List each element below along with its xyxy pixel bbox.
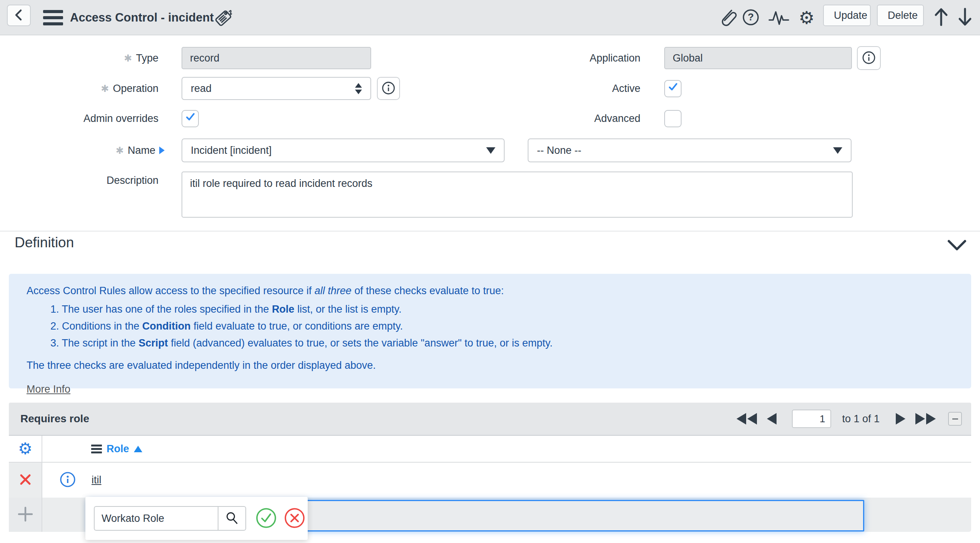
name-label: ✱ Name	[39, 138, 165, 162]
application-field: Global	[664, 47, 852, 69]
chevron-down-icon	[833, 147, 842, 154]
required-asterisk-icon: ✱	[116, 145, 124, 156]
description-textarea[interactable]: itil role required to read incident reco…	[182, 172, 853, 218]
info-circle-icon	[59, 471, 77, 490]
operation-label: ✱ Operation	[43, 77, 158, 100]
page-number-input[interactable]	[792, 410, 831, 428]
reference-expand-icon[interactable]	[159, 147, 165, 154]
active-label: Active	[525, 80, 640, 97]
paperclip-icon	[719, 7, 737, 28]
add-row-cell	[9, 498, 42, 532]
info-rule-item: 2. Conditions in the Condition field eva…	[50, 319, 953, 333]
row-info-button[interactable]	[59, 471, 77, 490]
application-label: Application	[525, 47, 640, 69]
access-control-info-box: Access Control Rules allow access to the…	[9, 274, 971, 388]
sort-ascending-icon	[134, 446, 142, 452]
table-row: itil	[9, 463, 971, 498]
name-select[interactable]: Incident [incident]	[182, 138, 505, 162]
add-row-button[interactable]	[17, 506, 33, 523]
type-label: ✱ Type	[43, 47, 158, 69]
collapse-list-button[interactable]	[948, 412, 962, 426]
attachment-button[interactable]	[718, 7, 738, 28]
reference-lookup-button[interactable]	[218, 506, 246, 531]
checkmark-icon	[668, 82, 678, 95]
column-menu-icon[interactable]	[91, 445, 102, 453]
required-asterisk-icon: ✱	[124, 53, 132, 64]
list-title: Requires role	[20, 413, 89, 425]
svg-text:?: ?	[748, 11, 754, 23]
info-rule-item: 1. The user has one of the roles specifi…	[50, 302, 953, 316]
question-circle-icon: ?	[742, 8, 760, 27]
context-menu-icon[interactable]	[43, 10, 63, 25]
application-info-button[interactable]	[857, 46, 881, 70]
info-rule-item: 3. The script in the Script field (advan…	[50, 336, 953, 350]
row-range-text: to 1 of 1	[842, 413, 880, 425]
advanced-checkbox[interactable]	[664, 110, 682, 127]
delete-row-button[interactable]	[18, 473, 32, 488]
update-button[interactable]: Update	[823, 5, 871, 26]
admin-overrides-checkbox[interactable]	[182, 110, 199, 127]
info-note: The three checks are evaluated independe…	[27, 358, 953, 372]
minus-icon	[952, 418, 958, 420]
info-intro: Access Control Rules allow access to the…	[27, 284, 953, 298]
next-page-button[interactable]	[896, 413, 905, 425]
role-link[interactable]: itil	[92, 474, 102, 486]
help-button[interactable]: ?	[742, 8, 760, 27]
description-label: Description	[43, 174, 158, 187]
role-search-input[interactable]	[94, 506, 218, 531]
scroll-up-button[interactable]	[932, 6, 950, 28]
list-settings-cell: ⚙	[9, 436, 42, 462]
search-icon	[225, 511, 239, 526]
chevron-left-icon	[13, 8, 25, 23]
admin-overrides-label: Admin overrides	[43, 110, 158, 127]
first-page-button[interactable]	[737, 413, 757, 425]
green-check-circle-icon	[255, 507, 277, 530]
arrow-down-icon	[957, 7, 973, 28]
plus-icon	[17, 506, 33, 523]
red-x-icon	[18, 473, 32, 488]
role-cell: itil	[42, 463, 102, 498]
checkmark-icon	[185, 112, 195, 125]
more-info-link[interactable]: More Info	[27, 382, 70, 396]
active-checkbox[interactable]	[664, 80, 682, 97]
row-delete-cell	[9, 463, 42, 498]
tag-icon[interactable]	[214, 6, 234, 29]
delete-button[interactable]: Delete	[877, 5, 924, 26]
info-circle-icon	[381, 80, 396, 97]
arrow-up-icon	[933, 7, 950, 28]
operation-info-button[interactable]	[377, 77, 400, 100]
section-divider	[0, 231, 980, 232]
activity-stream-button[interactable]	[768, 10, 789, 26]
form-header-bar: Access Control - incident ?	[0, 0, 980, 35]
confirm-button[interactable]	[255, 507, 277, 530]
list-header-row: ⚙ Role	[9, 436, 971, 463]
list-gear-icon[interactable]: ⚙	[18, 441, 33, 457]
role-column-header[interactable]: Role	[42, 436, 142, 462]
info-circle-icon	[861, 50, 877, 67]
cancel-button[interactable]	[284, 507, 305, 530]
chevron-down-icon	[486, 147, 495, 154]
scroll-down-button[interactable]	[956, 6, 974, 28]
gear-icon: ⚙	[798, 9, 814, 27]
page-title: Access Control - incident	[70, 0, 214, 35]
required-asterisk-icon: ✱	[101, 83, 109, 94]
operation-select[interactable]: read	[182, 77, 371, 100]
activity-pulse-icon	[768, 10, 789, 27]
collapse-section-chevron-icon[interactable]	[947, 239, 967, 255]
settings-button[interactable]: ⚙	[796, 7, 817, 28]
previous-page-button[interactable]	[767, 413, 777, 425]
select-stepper-icon	[355, 83, 362, 94]
type-field: record	[182, 47, 371, 69]
list-title-bar: Requires role to 1 of 1	[9, 403, 971, 436]
name-secondary-select[interactable]: -- None --	[528, 138, 852, 162]
advanced-label: Advanced	[525, 110, 640, 127]
definition-section-title: Definition	[15, 235, 74, 251]
back-button[interactable]	[7, 5, 31, 26]
requires-role-list: Requires role to 1 of 1 ⚙ Role	[9, 403, 971, 532]
list-pagination: to 1 of 1	[737, 410, 962, 428]
reference-editor-popup	[85, 497, 308, 540]
red-x-circle-icon	[284, 507, 305, 530]
last-page-button[interactable]	[915, 413, 936, 425]
